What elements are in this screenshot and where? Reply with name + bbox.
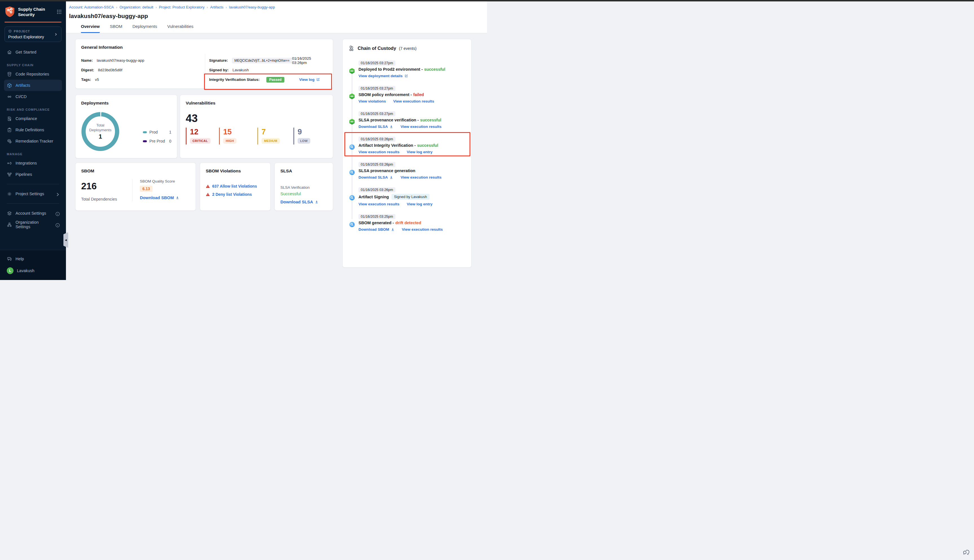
sidebar-item-help[interactable]: ? Help xyxy=(4,253,62,265)
event-link[interactable]: Download SLSA xyxy=(359,175,393,180)
view-log-link[interactable]: View log xyxy=(299,77,320,82)
event-link-label: Download SLSA xyxy=(359,175,388,180)
sidebar-item-integrations[interactable]: Integrations xyxy=(4,157,62,169)
event-link[interactable]: View log entry xyxy=(407,150,432,154)
sbom-title: SBOM xyxy=(81,168,190,173)
signature-row: Signature: MEQCICde2VjIT...bL+2+mqnOXw==… xyxy=(209,57,327,63)
artifact-name-value: lavakush07/easy-buggy-app xyxy=(97,58,144,63)
violation-link[interactable]: 2 Deny list Violations xyxy=(212,192,252,197)
sidebar-item-pipelines[interactable]: Pipelines xyxy=(4,169,62,180)
integrity-passed-badge: Passed xyxy=(266,77,284,83)
slsa-title: SLSA xyxy=(280,168,327,173)
event-link-label: View log entry xyxy=(407,202,432,206)
download-sbom-link[interactable]: Download SBOM xyxy=(140,195,179,200)
deployments-donut-chart: Total Deployments 1 xyxy=(82,112,119,151)
nav-divider xyxy=(7,184,59,184)
event-status: failed xyxy=(413,92,424,97)
breadcrumb-item[interactable]: Project: Product Exploratory xyxy=(159,5,205,9)
event-links: Download SLSAView execution results xyxy=(359,175,465,180)
info-icon xyxy=(55,223,59,227)
violation-row: 637 Allow list Violations xyxy=(206,184,265,188)
event-title: Artifact Signing xyxy=(359,195,389,199)
sidebar-item-account-settings[interactable]: Account Settings xyxy=(4,208,62,219)
home-icon xyxy=(7,50,12,55)
org-icon xyxy=(7,222,12,227)
event-title: SLSA provenance generation xyxy=(359,168,415,173)
event-link[interactable]: View execution results xyxy=(359,150,399,154)
chain-events-timeline: 01/16/2025 03:27pmDeployed to Prod2 envi… xyxy=(349,60,465,232)
event-link[interactable]: View violations xyxy=(359,99,386,103)
sidebar-collapse-handle[interactable]: ◀ xyxy=(63,232,68,248)
sidebar-item-compliance[interactable]: Compliance xyxy=(4,113,62,124)
app-switcher-icon[interactable] xyxy=(57,9,62,15)
event-title-row: Deployed to Prod2 environment - successf… xyxy=(359,67,465,72)
sidebar-item-project-settings[interactable]: Project Settings xyxy=(4,188,62,200)
gear-icon xyxy=(7,191,12,197)
severity-count: 7 xyxy=(262,128,287,136)
download-icon xyxy=(175,196,179,200)
tab-vulnerabilities[interactable]: Vulnerabilities xyxy=(167,24,193,33)
event-links: View execution resultsView log entry xyxy=(359,202,465,206)
event-timestamp: 01/16/2025 03:27pm xyxy=(359,60,395,66)
event-link[interactable]: View log entry xyxy=(407,202,432,206)
event-link[interactable]: View deployment details xyxy=(359,74,408,78)
sidebar-item-label: Integrations xyxy=(15,161,59,165)
sidebar-item-get-started[interactable]: Get Started xyxy=(4,47,62,58)
chain-blocks-icon xyxy=(349,45,355,51)
sidebar-item-organization-settings[interactable]: Organization Settings xyxy=(4,219,62,230)
sidebar-item-remediation-tracker[interactable]: Remediation Tracker xyxy=(4,135,62,147)
sidebar-item-artifacts[interactable]: Artifacts xyxy=(4,80,62,91)
breadcrumb-item[interactable]: Organization: default xyxy=(120,5,153,9)
chain-of-custody-title: Chain of Custody xyxy=(358,46,396,51)
infinity-icon xyxy=(7,94,12,100)
download-slsa-link[interactable]: Download SLSA xyxy=(280,200,319,204)
sidebar-item-label: Get Started xyxy=(15,50,59,54)
sidebar-item-user[interactable]: L Lavakush xyxy=(4,265,62,277)
pipeline-step-icon xyxy=(349,118,355,125)
breadcrumb-item[interactable]: lavakush07/easy-buggy-app xyxy=(229,5,275,9)
download-icon xyxy=(315,200,319,204)
deployments-card: Deployments Total Deployments 1 Prod1Pre… xyxy=(75,95,177,158)
tags-value: v5 xyxy=(95,77,99,82)
sidebar-item-label: Code Repositories xyxy=(15,72,59,76)
project-name: Product Exploratory xyxy=(8,35,54,39)
boxpencil-icon xyxy=(7,138,12,144)
event-link[interactable]: View execution results xyxy=(402,227,443,232)
violation-link[interactable]: 637 Allow list Violations xyxy=(212,184,257,188)
collapse-caret-icon: ◀ xyxy=(65,238,67,242)
tab-deployments[interactable]: Deployments xyxy=(132,24,157,33)
left-column: General Information Name:lavakush07/easy… xyxy=(75,39,333,211)
event-title-row: Artifact SigningSigned by Lavakush xyxy=(359,194,465,200)
sbom-violations-title: SBOM Violations xyxy=(206,168,265,173)
tab-overview[interactable]: Overview xyxy=(81,24,100,33)
event-link[interactable]: Download SLSA xyxy=(359,125,393,129)
event-title: SLSA provenance verification - xyxy=(359,118,419,122)
event-link-label: View violations xyxy=(359,99,386,103)
event-link[interactable]: View execution results xyxy=(400,125,441,129)
tab-sbom[interactable]: SBOM xyxy=(110,24,122,33)
event-link-label: View execution results xyxy=(393,99,434,103)
event-link[interactable]: View execution results xyxy=(359,202,399,206)
help-chat-icon: ? xyxy=(7,256,12,262)
download-icon xyxy=(390,125,393,128)
event-link[interactable]: View execution results xyxy=(400,175,441,180)
event-link[interactable]: Download SBOM xyxy=(359,227,395,232)
ssca-step-icon xyxy=(349,222,355,228)
chevron-icon xyxy=(55,192,59,196)
event-link-label: View execution results xyxy=(400,125,441,129)
event-link[interactable]: View execution results xyxy=(393,99,434,103)
sidebar-item-label: Rule Definitions xyxy=(15,128,59,132)
sidebar-item-rule-definitions[interactable]: Rule Definitions xyxy=(4,124,62,135)
sidebar-item-ci-cd[interactable]: CI/CD xyxy=(4,91,62,102)
breadcrumb-item[interactable]: Artifacts xyxy=(210,5,223,9)
general-information-card: General Information Name:lavakush07/easy… xyxy=(75,39,333,89)
chain-event: 01/16/2025 03:26pmArtifact Integrity Ver… xyxy=(349,136,465,154)
breadcrumb-item[interactable]: Account: Automation-SSCA xyxy=(69,5,114,9)
signature-chip[interactable]: MEQCICde2VjIT...bL+2+mqnOXw== xyxy=(232,58,292,63)
info-icon xyxy=(55,211,59,215)
project-selector[interactable]: PROJECT Product Exploratory xyxy=(5,27,62,42)
event-link-label: View log entry xyxy=(407,150,432,154)
sbom-quality-score-value: 6.13 xyxy=(140,186,152,192)
legend-value: 0 xyxy=(169,139,171,143)
sidebar-item-code-repositories[interactable]: </>Code Repositories xyxy=(4,68,62,80)
